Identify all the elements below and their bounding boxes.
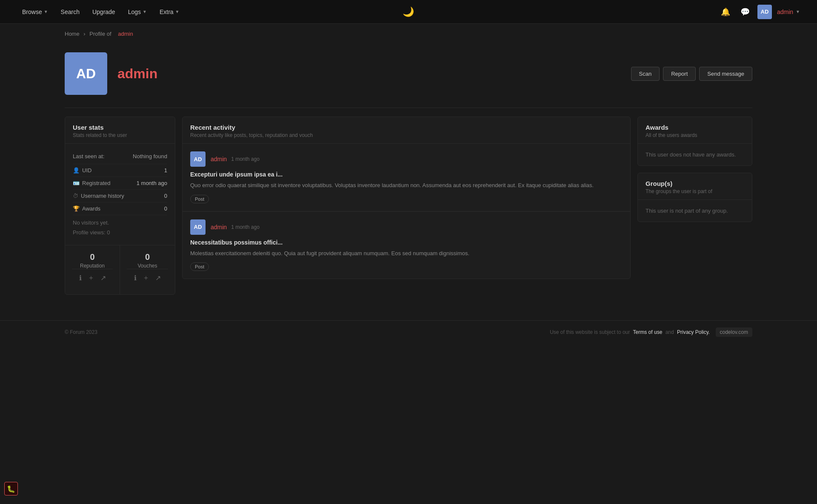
user-stats-card: User stats Stats related to the user Las… [65, 117, 175, 295]
main-content: User stats Stats related to the user Las… [0, 117, 817, 295]
recent-activity-panel: Recent activity Recent activity like pos… [182, 117, 631, 279]
corner-icon-symbol: 🐛 [7, 485, 15, 493]
registered-row: 🪪 Registrated 1 month ago [73, 177, 167, 190]
uid-row: 👤 UID 1 [73, 164, 167, 177]
logs-chevron-icon: ▼ [143, 9, 147, 14]
breadcrumb: Home › Profile of admin [0, 24, 817, 44]
nav-logs[interactable]: Logs ▼ [123, 5, 152, 19]
registered-icon: 🪪 [73, 180, 80, 186]
navbar: Browse ▼ Search Upgrade Logs ▼ Extra ▼ 🌙… [0, 0, 817, 24]
vouch-add-button[interactable]: ＋ [143, 273, 149, 282]
user-stats-title: User stats [73, 124, 167, 131]
history-icon: ⏱ [73, 193, 78, 199]
awards-title: Awards [646, 124, 744, 131]
footer-legal: Use of this website is subject to our Te… [550, 329, 752, 335]
groups-empty: This user is not part of any group. [638, 200, 752, 222]
footer: © Forum 2023 Use of this website is subj… [0, 320, 817, 344]
activity-post-title[interactable]: Necessitatibus possimus offici... [190, 239, 623, 246]
groups-subtitle: The groups the user is part of [646, 188, 744, 194]
reputation-actions: ℹ ＋ ↗ [72, 269, 113, 288]
uid-icon: 👤 [73, 167, 80, 174]
awards-row: 🏆 Awards 0 [73, 202, 167, 215]
profile-views: Profile views: 0 [73, 228, 167, 240]
activity-item: AD admin 1 month ago Necessitatibus poss… [183, 212, 630, 279]
nav-extra[interactable]: Extra ▼ [154, 5, 185, 19]
user-stats-subtitle: Stats related to the user [73, 132, 167, 138]
rep-info-button[interactable]: ℹ [79, 273, 82, 282]
activity-tag[interactable]: Post [190, 195, 209, 203]
right-panel: Awards All of the users awards This user… [637, 117, 752, 222]
reputation-box: 0 Reputation ℹ ＋ ↗ [65, 245, 120, 294]
awards-subtitle: All of the users awards [646, 132, 744, 138]
groups-card: Group(s) The groups the user is part of … [637, 173, 752, 222]
user-menu-chevron-icon: ▼ [796, 9, 800, 14]
awards-icon: 🏆 [73, 205, 80, 212]
user-menu[interactable]: admin ▼ [777, 9, 800, 15]
profile-divider [65, 108, 752, 108]
activity-post-title[interactable]: Excepturi unde ipsum ipsa ea i... [190, 171, 623, 178]
vouches-actions: ℹ ＋ ↗ [127, 269, 168, 288]
extra-chevron-icon: ▼ [175, 9, 180, 14]
scan-button[interactable]: Scan [631, 67, 660, 81]
corner-widget[interactable]: 🐛 [4, 482, 18, 495]
browse-chevron-icon: ▼ [44, 9, 48, 14]
awards-empty: This user does not have any awards. [638, 144, 752, 165]
nav-search[interactable]: Search [56, 5, 85, 19]
activity-tag[interactable]: Post [190, 262, 209, 271]
rep-add-button[interactable]: ＋ [88, 273, 94, 282]
messages-button[interactable]: 💬 [738, 5, 752, 19]
activity-username[interactable]: admin [211, 224, 227, 231]
rep-link-button[interactable]: ↗ [100, 273, 106, 282]
rep-vouches-section: 0 Reputation ℹ ＋ ↗ 0 Vouches ℹ ＋ ↗ [65, 245, 175, 294]
activity-subtitle: Recent activity like posts, topics, repu… [190, 132, 623, 138]
activity-avatar: AD [190, 151, 206, 167]
breadcrumb-username: admin [118, 31, 133, 37]
codelov-badge: codelov.com [716, 327, 752, 337]
privacy-link[interactable]: Privacy Policy. [677, 329, 710, 335]
footer-copyright: © Forum 2023 [65, 329, 97, 335]
activity-username[interactable]: admin [211, 156, 227, 162]
activity-time: 1 month ago [231, 156, 260, 162]
profile-username: admin [117, 66, 157, 82]
terms-link[interactable]: Terms of use [633, 329, 663, 335]
profile-header: AD admin Scan Report Send message [0, 44, 817, 108]
groups-title: Group(s) [646, 180, 744, 187]
vouches-box: 0 Vouches ℹ ＋ ↗ [120, 245, 175, 294]
notifications-button[interactable]: 🔔 [718, 5, 733, 19]
activity-post-body: Molestias exercitationem deleniti quo. Q… [190, 249, 623, 258]
activity-title: Recent activity [190, 124, 623, 131]
vouch-link-button[interactable]: ↗ [155, 273, 161, 282]
awards-card: Awards All of the users awards This user… [637, 117, 752, 166]
breadcrumb-home[interactable]: Home [65, 31, 80, 37]
last-seen-row: Last seen at: Nothing found [73, 149, 167, 164]
username-history-row: ⏱ Username history 0 [73, 190, 167, 202]
vouch-info-button[interactable]: ℹ [134, 273, 137, 282]
user-stats-panel: User stats Stats related to the user Las… [65, 117, 175, 295]
activity-item: AD admin 1 month ago Excepturi unde ipsu… [183, 144, 630, 211]
theme-icon[interactable]: 🌙 [403, 6, 414, 17]
send-message-button[interactable]: Send message [699, 67, 752, 81]
user-avatar-badge: AD [757, 5, 772, 19]
nav-browse[interactable]: Browse ▼ [17, 5, 53, 19]
activity-post-body: Quo error odio quaerat similique sit inv… [190, 181, 623, 190]
activity-avatar: AD [190, 219, 206, 235]
recent-activity-card: Recent activity Recent activity like pos… [182, 117, 631, 279]
no-visitors-note: No visitors yet. [73, 215, 167, 228]
report-button[interactable]: Report [663, 67, 696, 81]
activity-time: 1 month ago [231, 224, 260, 230]
nav-upgrade[interactable]: Upgrade [87, 5, 120, 19]
profile-avatar: AD [65, 52, 107, 95]
